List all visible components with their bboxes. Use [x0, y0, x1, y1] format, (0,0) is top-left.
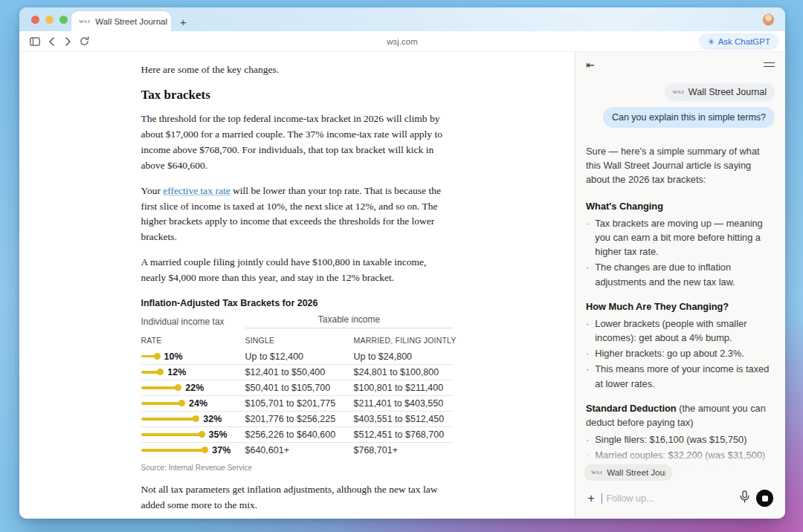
browser-toolbar: wsj.com ✳ Ask ChatGPT — [19, 31, 785, 52]
single-range: $105,701 to $201,775 — [245, 398, 354, 409]
table-row: 10%Up to $12,400Up to $24,800 — [141, 348, 454, 364]
chat-messages: WSJ Wall Street Journal Can you explain … — [575, 77, 785, 493]
married-range: Up to $24,800 — [354, 351, 454, 362]
rate-label: 35% — [209, 429, 228, 440]
single-range: $256,226 to $640,600 — [245, 429, 354, 440]
article-paragraph: The threshold for the top federal income… — [141, 111, 454, 174]
assistant-bullet: ·Higher brackets: go up about 2.3%. — [586, 346, 775, 360]
microphone-icon[interactable] — [740, 490, 749, 506]
article-paragraph: Your effective tax rate will be lower th… — [141, 184, 454, 246]
chatgpt-logo-icon: ✳ — [707, 38, 714, 46]
rate-label: 24% — [189, 398, 207, 409]
single-range: $12,401 to $50,400 — [245, 367, 354, 377]
followup-input[interactable]: Follow up... — [606, 493, 733, 504]
column-header-single: SINGLE — [245, 336, 354, 345]
ask-chatgpt-label: Ask ChatGPT — [718, 37, 770, 46]
browser-window: WSJ Wall Street Journal + wsj.com ✳ Ask … — [19, 7, 785, 519]
assistant-bullet: ·This means more of your income is taxed… — [586, 362, 775, 390]
table-row: 24%$105,701 to $201,775$211,401 to $403,… — [141, 395, 454, 411]
rate-bar-marker — [141, 433, 204, 436]
wsj-favicon-icon: WSJ — [673, 89, 684, 95]
sidebar-header: ⇤ — [575, 52, 785, 77]
married-range: $211,401 to $403,550 — [354, 398, 454, 409]
assistant-intro: Sure — here's a simple summary of what t… — [586, 144, 775, 187]
stop-generating-button[interactable] — [756, 490, 773, 507]
effective-tax-rate-link[interactable]: effective tax rate — [163, 185, 230, 196]
table-title: Inflation-Adjusted Tax Brackets for 2026 — [141, 298, 454, 308]
assistant-bullet: ·The changes are due to inflation adjust… — [586, 260, 775, 288]
new-tab-button[interactable]: + — [180, 16, 187, 27]
assistant-section-heading: Standard Deduction (the amount you can d… — [586, 401, 775, 429]
back-icon[interactable] — [43, 34, 59, 49]
close-window-button[interactable] — [31, 16, 39, 24]
table-source: Source: Internal Revenue Service — [141, 464, 454, 472]
group-header-right: Taxable income — [245, 314, 454, 328]
text-caret — [602, 493, 603, 504]
table-column-headers: RATE SINGLE MARRIED, FILING JOINTLY — [141, 331, 454, 348]
context-chip-label: Wall Street Journal — [688, 87, 767, 97]
reload-icon[interactable] — [76, 34, 92, 49]
menu-icon[interactable] — [764, 59, 775, 70]
rate-label: 32% — [203, 414, 222, 424]
paragraph-text: Your — [141, 185, 164, 196]
single-range: $640,601+ — [245, 445, 354, 455]
group-header-left: Individual income tax — [141, 317, 245, 327]
single-range: Up to $12,400 — [245, 351, 354, 362]
married-range: $100,801 to $211,400 — [354, 383, 454, 393]
minimize-window-button[interactable] — [45, 16, 54, 24]
married-range: $24,801 to $100,800 — [354, 367, 454, 377]
profile-avatar[interactable] — [762, 13, 775, 26]
chat-input-row: + Follow up... — [584, 490, 776, 510]
assistant-bullet: ·Tax brackets are moving up — meaning yo… — [586, 216, 775, 259]
married-range: $512,451 to $768,700 — [354, 429, 454, 440]
table-row: 22%$50,401 to $105,700$100,801 to $211,4… — [141, 380, 454, 395]
married-range: $403,551 to $512,450 — [354, 414, 454, 424]
article: Here are some of the key changes. Tax br… — [141, 52, 454, 519]
section-heading-tax-brackets: Tax brackets — [141, 88, 454, 103]
single-range: $201,776 to $256,225 — [245, 414, 354, 424]
composer: WSJ Wall Street Journal + Follow up... — [575, 444, 785, 519]
tab-wall-street-journal[interactable]: WSJ Wall Street Journal — [71, 11, 171, 31]
table-group-headers: Individual income tax Taxable income — [141, 314, 454, 331]
table-row: 32%$201,776 to $256,225$403,551 to $512,… — [141, 411, 454, 426]
single-range: $50,401 to $105,700 — [245, 383, 354, 393]
sidebar-toggle-icon[interactable] — [27, 34, 43, 49]
article-paragraph: Not all tax parameters get inflation adj… — [141, 482, 454, 513]
collapse-sidebar-icon[interactable]: ⇤ — [586, 59, 595, 71]
rate-bar-marker — [141, 449, 207, 452]
table-row: 35%$256,226 to $640,600$512,451 to $768,… — [141, 426, 454, 442]
context-chip[interactable]: WSJ Wall Street Journal — [665, 83, 775, 101]
table-row: 12%$12,401 to $50,400$24,801 to $100,800 — [141, 364, 454, 380]
wsj-favicon-icon: WSJ — [79, 19, 90, 25]
wsj-favicon-icon: WSJ — [591, 470, 602, 476]
rate-bar-marker — [141, 386, 181, 389]
rate-bar-marker — [141, 418, 199, 421]
table-rows: 10%Up to $12,400Up to $24,80012%$12,401 … — [141, 348, 454, 458]
rate-bar-marker — [141, 371, 163, 374]
tab-strip: WSJ Wall Street Journal + — [19, 7, 785, 31]
rate-label: 37% — [212, 445, 230, 455]
assistant-message: Sure — here's a simple summary of what t… — [586, 144, 775, 493]
tab-title: Wall Street Journal — [95, 17, 167, 26]
attach-plus-icon[interactable]: + — [587, 492, 595, 505]
column-header-rate: RATE — [141, 336, 245, 345]
article-intro: Here are some of the key changes. — [141, 62, 454, 78]
column-header-married: MARRIED, FILING JOINTLY — [354, 336, 454, 345]
assistant-bullet: ·Lower brackets (people with smaller inc… — [586, 317, 775, 345]
chatgpt-sidebar: ⇤ WSJ Wall Street Journal Can you explai… — [575, 52, 785, 519]
table-row: 37%$640,601+$768,701+ — [141, 442, 454, 458]
zoom-window-button[interactable] — [59, 16, 68, 24]
assistant-section-heading: What's Changing — [586, 199, 775, 213]
rate-label: 12% — [167, 367, 186, 377]
rate-bar-marker — [141, 355, 159, 358]
composer-context-chip[interactable]: WSJ Wall Street Journal — [584, 464, 672, 481]
address-url[interactable]: wsj.com — [19, 37, 785, 46]
rate-label: 22% — [185, 383, 204, 393]
user-message: Can you explain this in simple terms? — [603, 107, 775, 128]
tax-brackets-table: Inflation-Adjusted Tax Brackets for 2026… — [141, 298, 454, 472]
forward-icon[interactable] — [59, 34, 76, 49]
ask-chatgpt-button[interactable]: ✳ Ask ChatGPT — [700, 34, 778, 49]
article-paragraph: A married couple filing jointly could ha… — [141, 255, 454, 286]
traffic-lights[interactable] — [31, 16, 68, 24]
page-content: Here are some of the key changes. Tax br… — [19, 52, 575, 519]
